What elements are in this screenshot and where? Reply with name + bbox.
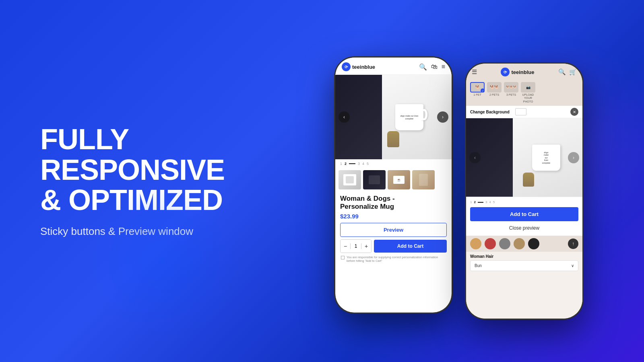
add-to-cart-button[interactable]: Add to Cart: [374, 240, 447, 253]
search-icon-2[interactable]: 🔍: [558, 68, 566, 76]
phone2-brand: ⟳ teeinblue: [501, 68, 534, 76]
qty-decrease[interactable]: −: [341, 240, 350, 253]
qty-increase[interactable]: +: [361, 240, 371, 253]
thumb-4[interactable]: [412, 170, 435, 189]
phone1-pagination: 1 2 3 4 5: [335, 159, 452, 168]
phone-2-screen: ☰ ⟳ teeinblue 🔍 🛒 🐕 ✓ 1 P: [466, 64, 582, 319]
color-swatch-gray[interactable]: [499, 238, 510, 249]
phone1-product-info: Woman & Dogs -Personalize Mug $23.99 Pre…: [335, 191, 452, 264]
color-swatch-red[interactable]: [485, 238, 496, 249]
product-price: $23.99: [340, 213, 447, 220]
close-preview-button[interactable]: Close preview: [470, 224, 578, 232]
phone2-pagination: 1 2 3 4 5: [470, 200, 578, 204]
product-title: Woman & Dogs -Personalize Mug: [340, 195, 447, 211]
phone1-next-arrow[interactable]: ›: [437, 111, 448, 123]
phone-1: ⟳ teeinblue 🔍 🛍 ≡: [334, 56, 453, 314]
color-swatch-tan[interactable]: [470, 238, 481, 249]
search-icon[interactable]: 🔍: [419, 63, 427, 71]
phone2-next-arrow[interactable]: ›: [568, 152, 579, 163]
phone-2: ☰ ⟳ teeinblue 🔍 🛒 🐕 ✓ 1 P: [465, 62, 584, 320]
thumb-2[interactable]: [363, 170, 386, 189]
phone1-header-icons: 🔍 🛍 ≡: [419, 63, 445, 71]
mug-text: dogs make our lives complete: [395, 113, 423, 121]
phone1-main-image: dogs make our lives complete: [335, 75, 452, 159]
pet-tab-upload-icon: 📷: [521, 82, 535, 93]
preview-mug: dogsmakeourlivescomplete: [532, 144, 560, 171]
phone-1-screen: ⟳ teeinblue 🔍 🛍 ≡: [335, 58, 452, 313]
hair-section: Woman Hair Bun ∨: [466, 252, 582, 319]
phones-area: ⟳ teeinblue 🔍 🛍 ≡: [274, 42, 644, 320]
thumb-3[interactable]: ☕: [388, 170, 410, 189]
phone1-brand: ⟳ teeinblue: [342, 62, 375, 71]
phone2-icons-left: ☰: [472, 68, 477, 76]
color-swatch-brown[interactable]: [514, 238, 525, 249]
hair-label: Woman Hair: [470, 254, 578, 259]
phone1-product-image-area: dogs make our lives complete › ‹: [335, 75, 452, 159]
bg-swatch[interactable]: [515, 108, 526, 115]
add-to-cart-row: − 1 + Add to Cart: [340, 239, 447, 253]
color-swatches: ↑: [466, 236, 582, 252]
disclaimer-row: You are responsible for supplying correc…: [340, 255, 447, 263]
sub-heading: Sticky buttons & Preview window: [40, 225, 242, 238]
cart-icon-2[interactable]: 🛒: [569, 68, 577, 76]
phone2-product-image: dogsmakeourlivescomplete › ‹: [466, 118, 582, 197]
preview-sticky-area: 1 2 3 4 5 Add to Cart Close preview: [466, 197, 582, 236]
pet-tab-3-icon: 🐕🐕🐕: [504, 82, 518, 93]
main-heading: FULLY RESPONSIVE & OPTIMIZED: [40, 124, 242, 216]
pet-tab-3[interactable]: 🐕🐕🐕 3 PETS: [504, 82, 518, 103]
phone1-prev-arrow[interactable]: ‹: [339, 111, 350, 123]
close-x-button[interactable]: ✕: [570, 108, 578, 116]
disclaimer-checkbox[interactable]: [341, 256, 345, 259]
qty-value: 1: [350, 243, 361, 249]
hair-dropdown[interactable]: Bun ∨: [470, 260, 578, 271]
pet-tab-upload[interactable]: 📷 UPLOADYOURPHOTO: [521, 82, 535, 103]
thumb-1[interactable]: [339, 170, 361, 189]
brand-icon: ⟳: [342, 62, 351, 71]
preview-button[interactable]: Preview: [340, 223, 447, 237]
scroll-up-button[interactable]: ↑: [568, 239, 578, 249]
phone1-thumbnails: ☕: [335, 168, 452, 191]
quantity-control: − 1 +: [340, 239, 372, 253]
cart-icon[interactable]: 🛍: [431, 63, 438, 71]
phone2-header: ☰ ⟳ teeinblue 🔍 🛒: [466, 64, 582, 80]
menu-icon[interactable]: ≡: [442, 63, 445, 71]
phone2-prev-arrow[interactable]: ‹: [469, 152, 481, 163]
phone1-header: ⟳ teeinblue 🔍 🛍 ≡: [335, 58, 452, 75]
change-bg-label: Change Background: [470, 110, 510, 114]
phone2-icons-right: 🔍 🛒: [558, 68, 577, 76]
change-bg-bar: Change Background ✕: [466, 106, 582, 118]
disclaimer-text: You are responsible for supplying correc…: [347, 255, 446, 263]
hamburger-icon[interactable]: ☰: [472, 68, 477, 76]
color-swatch-black[interactable]: [528, 238, 539, 249]
pet-tab-2[interactable]: 🐕🐕 2 PETS: [487, 82, 502, 103]
pet-check: ✓: [481, 88, 485, 93]
pet-tab-2-icon: 🐕🐕: [487, 82, 502, 93]
pet-tab-1[interactable]: 🐕 ✓ 1 PET: [470, 82, 485, 103]
left-content: FULLY RESPONSIVE & OPTIMIZED Sticky butt…: [0, 92, 274, 270]
chevron-down-icon: ∨: [571, 263, 574, 268]
add-to-cart-button-2[interactable]: Add to Cart: [470, 207, 578, 221]
pet-tab-1-icon: 🐕 ✓: [470, 82, 485, 93]
pet-tabs: 🐕 ✓ 1 PET 🐕🐕 2 PETS 🐕🐕🐕 3 PETS 📷 UPLOADY…: [466, 80, 582, 106]
mug-illustration: dogs make our lives complete: [391, 101, 427, 133]
hair-value: Bun: [475, 263, 482, 268]
brand-icon-2: ⟳: [501, 68, 510, 76]
phone2-product-bg: dogsmakeourlivescomplete: [466, 118, 582, 197]
